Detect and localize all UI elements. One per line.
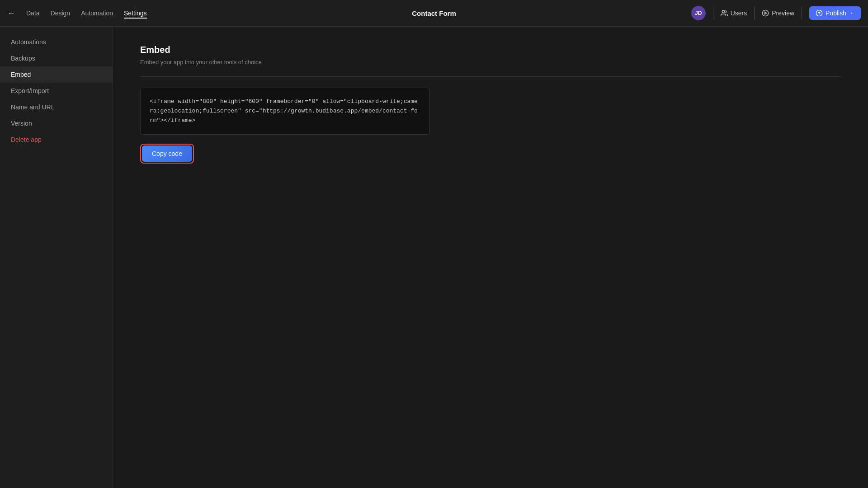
nav-design[interactable]: Design <box>51 8 71 19</box>
back-button[interactable]: ← <box>7 9 15 18</box>
preview-button[interactable]: Preview <box>762 9 794 17</box>
chevron-down-icon <box>849 10 854 16</box>
user-avatar[interactable]: JD <box>691 6 706 20</box>
svg-point-0 <box>722 10 724 13</box>
embed-code-box: <iframe width="800" height="600" framebo… <box>140 88 429 135</box>
embed-code-text: <iframe width="800" height="600" framebo… <box>150 98 418 124</box>
nav-right: JD Users Preview Pu <box>691 6 861 20</box>
copy-btn-wrapper: Copy code <box>140 144 194 164</box>
embed-title: Embed <box>140 45 841 55</box>
publish-label: Publish <box>826 9 846 17</box>
main-layout: Automations Backups Embed Export/Import … <box>0 27 868 488</box>
users-label: Users <box>731 9 747 17</box>
nav-data[interactable]: Data <box>26 8 40 19</box>
sidebar: Automations Backups Embed Export/Import … <box>0 27 113 488</box>
sidebar-item-export-import[interactable]: Export/Import <box>0 83 113 99</box>
sidebar-item-delete-app[interactable]: Delete app <box>0 131 113 148</box>
nav-settings[interactable]: Settings <box>124 8 147 19</box>
nav-divider2 <box>754 7 755 19</box>
sidebar-item-automations[interactable]: Automations <box>0 34 113 50</box>
embed-subtitle: Embed your app into your other tools of … <box>140 59 841 66</box>
app-title: Contact Form <box>412 9 456 17</box>
preview-icon <box>762 9 769 17</box>
users-icon <box>721 9 728 17</box>
publish-icon <box>816 9 823 17</box>
sidebar-item-name-url[interactable]: Name and URL <box>0 99 113 115</box>
sidebar-item-backups[interactable]: Backups <box>0 50 113 66</box>
nav-divider3 <box>802 7 802 19</box>
users-button[interactable]: Users <box>721 9 747 17</box>
nav-divider <box>713 7 713 19</box>
preview-label: Preview <box>772 9 794 17</box>
main-content: Embed Embed your app into your other too… <box>113 27 868 488</box>
sidebar-item-embed[interactable]: Embed <box>0 66 113 83</box>
copy-code-button[interactable]: Copy code <box>142 145 192 162</box>
svg-point-1 <box>763 10 769 16</box>
publish-button[interactable]: Publish <box>809 6 861 20</box>
nav-automation[interactable]: Automation <box>81 8 113 19</box>
svg-marker-2 <box>765 12 767 14</box>
sidebar-item-version[interactable]: Version <box>0 115 113 131</box>
nav-left: ← Data Design Automation Settings <box>7 8 147 19</box>
top-nav: ← Data Design Automation Settings Contac… <box>0 0 868 27</box>
section-divider <box>140 76 841 77</box>
